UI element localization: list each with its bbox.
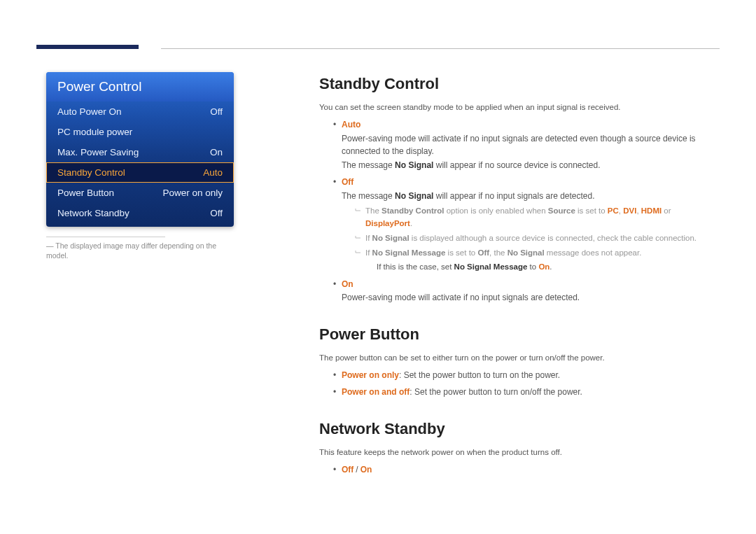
footnote-content: The displayed image may differ depending… bbox=[46, 241, 216, 260]
standby-option-on: On Power-saving mode will activate if no… bbox=[333, 278, 720, 304]
off-description: The message No Signal will appear if no … bbox=[342, 190, 720, 203]
option-text: : Set the power button to turn on the po… bbox=[399, 370, 560, 380]
text-fragment: is set to bbox=[445, 248, 477, 257]
standby-note-3: If No Signal Message is set to Off, the … bbox=[354, 247, 720, 274]
text-fragment: DisplayPort bbox=[365, 219, 410, 227]
text-fragment: No Signal Message bbox=[372, 248, 446, 257]
option-on: On bbox=[360, 465, 372, 475]
text-fragment: PC bbox=[608, 206, 619, 215]
text-fragment: is set to bbox=[575, 206, 608, 215]
slash-separator: / bbox=[354, 465, 360, 475]
text-fragment: No Signal bbox=[372, 234, 410, 242]
text-fragment: to bbox=[527, 262, 538, 271]
header-rule bbox=[161, 48, 720, 49]
menu-label: Network Standby bbox=[57, 208, 130, 218]
menu-item-pc-module-power[interactable]: PC module power bbox=[46, 122, 234, 142]
menu-item-standby-control[interactable]: Standby Control Auto bbox=[46, 162, 234, 183]
menu-value: On bbox=[210, 147, 223, 157]
text-fragment: option is only enabled when bbox=[444, 206, 547, 215]
option-label-off: Off bbox=[342, 177, 354, 187]
menu-item-max-power-saving[interactable]: Max. Power Saving On bbox=[46, 142, 234, 162]
standby-option-list: Auto Power-saving mode will activate if … bbox=[333, 118, 720, 304]
power-button-intro: The power button can be set to either tu… bbox=[319, 352, 720, 365]
standby-note-2: If No Signal is displayed although a sou… bbox=[354, 232, 720, 245]
option-label-on: On bbox=[342, 279, 354, 289]
option-off: Off bbox=[342, 465, 354, 475]
text-fragment: . bbox=[410, 219, 412, 227]
text-fragment: No Signal Message bbox=[454, 262, 528, 271]
power-button-option-list: Power on only: Set the power button to t… bbox=[333, 369, 720, 399]
text-fragment: If bbox=[365, 248, 372, 257]
text-fragment: . bbox=[550, 262, 552, 271]
pb-option-power-on-only: Power on only: Set the power button to t… bbox=[333, 369, 720, 382]
auto-description-1: Power-saving mode will activate if no in… bbox=[342, 132, 720, 158]
menu-label: Max. Power Saving bbox=[57, 147, 139, 157]
footnote-text: ― The displayed image may differ dependi… bbox=[46, 241, 234, 260]
menu-value: Off bbox=[210, 208, 223, 218]
right-column: Standby Control You can set the screen s… bbox=[319, 72, 720, 476]
text-fragment: will appear if no source device is conne… bbox=[433, 160, 600, 170]
menu-label: Power Button bbox=[57, 188, 114, 198]
header-accent-bar bbox=[36, 45, 139, 49]
menu-value: Power on only bbox=[162, 188, 223, 198]
no-signal-bold: No Signal bbox=[395, 160, 433, 170]
text-fragment: message does not appear. bbox=[545, 248, 642, 257]
text-fragment: is displayed although a source device is… bbox=[410, 234, 696, 242]
network-standby-option-list: Off/On bbox=[333, 463, 720, 477]
menu-item-power-button[interactable]: Power Button Power on only bbox=[46, 183, 234, 203]
text-fragment: If this is the case, set bbox=[377, 262, 454, 271]
menu-label: PC module power bbox=[57, 127, 132, 137]
option-label-auto: Auto bbox=[342, 120, 360, 129]
text-fragment: DVI bbox=[623, 206, 636, 215]
standby-option-auto: Auto Power-saving mode will activate if … bbox=[333, 118, 720, 171]
text-fragment: On bbox=[538, 262, 550, 271]
text-fragment: will appear if no input signals are dete… bbox=[433, 191, 594, 201]
text-fragment: Source bbox=[548, 206, 575, 215]
standby-option-off: Off The message No Signal will appear if… bbox=[333, 176, 720, 273]
text-fragment: HDMI bbox=[641, 206, 662, 215]
heading-standby-control: Standby Control bbox=[319, 72, 720, 96]
network-standby-intro: This feature keeps the network power on … bbox=[319, 447, 720, 459]
menu-value: Off bbox=[210, 106, 223, 117]
heading-power-button: Power Button bbox=[319, 323, 720, 346]
left-column: Power Control Auto Power On Off PC modul… bbox=[46, 72, 234, 260]
standby-notes-list: The Standby Control option is only enabl… bbox=[354, 205, 720, 273]
menu-label: Standby Control bbox=[57, 167, 125, 178]
auto-description-2: The message No Signal will appear if no … bbox=[342, 159, 720, 172]
text-fragment: The message bbox=[342, 191, 395, 201]
no-signal-bold: No Signal bbox=[395, 191, 433, 201]
text-fragment: The message bbox=[342, 160, 395, 170]
option-label: Power on only bbox=[342, 370, 399, 380]
network-options: Off/On bbox=[333, 463, 720, 477]
menu-value: Auto bbox=[203, 167, 223, 178]
text-fragment: If bbox=[365, 234, 372, 242]
dash-icon bbox=[354, 234, 362, 241]
dash-icon bbox=[354, 248, 362, 256]
menu-item-auto-power-on[interactable]: Auto Power On Off bbox=[46, 101, 234, 122]
heading-network-standby: Network Standby bbox=[319, 417, 720, 441]
footnote-rule bbox=[46, 237, 165, 237]
text-fragment: Off bbox=[477, 248, 489, 257]
option-label: Power on and off bbox=[342, 387, 410, 397]
menu-label: Auto Power On bbox=[57, 106, 122, 117]
text-fragment: or bbox=[662, 206, 671, 215]
pb-option-power-on-and-off: Power on and off: Set the power button t… bbox=[333, 386, 720, 399]
standby-intro: You can set the screen standby mode to b… bbox=[319, 101, 720, 114]
standby-note-1: The Standby Control option is only enabl… bbox=[354, 205, 720, 230]
power-control-menu: Power Control Auto Power On Off PC modul… bbox=[46, 72, 234, 227]
text-fragment: No Signal bbox=[507, 248, 545, 257]
text-fragment: The bbox=[365, 206, 382, 215]
text-fragment: , the bbox=[489, 248, 507, 257]
menu-title: Power Control bbox=[46, 72, 234, 101]
option-text: : Set the power button to turn on/off th… bbox=[410, 387, 582, 397]
menu-item-network-standby[interactable]: Network Standby Off bbox=[46, 203, 234, 227]
dash-icon bbox=[354, 206, 362, 214]
standby-note-3-sub: If this is the case, set No Signal Messa… bbox=[377, 261, 720, 274]
on-description: Power-saving mode will activate if no in… bbox=[342, 291, 720, 304]
text-fragment: Standby Control bbox=[382, 206, 444, 215]
